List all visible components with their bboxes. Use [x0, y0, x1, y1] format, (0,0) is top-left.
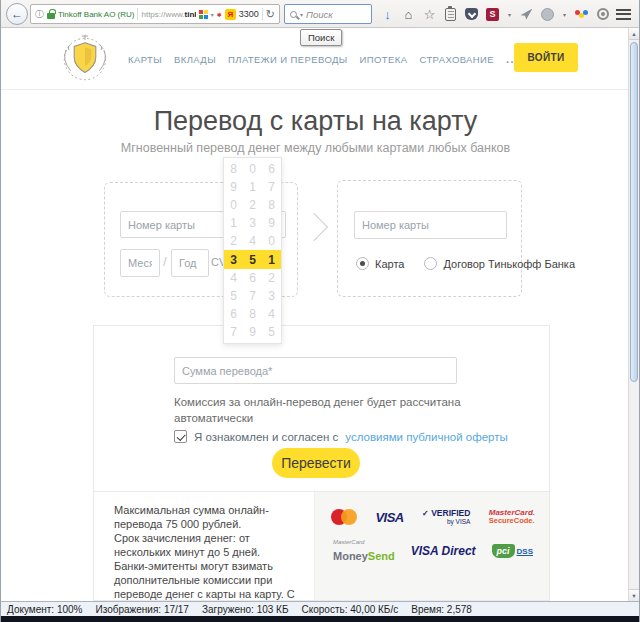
- nav-item[interactable]: КАРТЫ: [128, 54, 162, 65]
- picker-row[interactable]: 573: [224, 287, 281, 305]
- picker-digit[interactable]: 2: [262, 269, 281, 287]
- send-page-icon[interactable]: [521, 9, 533, 20]
- nav-item[interactable]: ИПОТЕКА: [360, 54, 408, 65]
- home-icon[interactable]: ⌂: [401, 6, 416, 22]
- ext-square: [204, 10, 208, 14]
- picker-digit[interactable]: 6: [224, 305, 243, 323]
- yandex-counter: 3300: [239, 9, 259, 19]
- menu-icon[interactable]: [616, 9, 631, 20]
- picker-digit[interactable]: 8: [243, 305, 262, 323]
- recipient-card-number-input[interactable]: [354, 211, 507, 239]
- amount-input[interactable]: [174, 357, 457, 384]
- offer-terms-link[interactable]: условиями публичной оферты: [345, 431, 508, 443]
- pocket-icon[interactable]: [465, 8, 478, 20]
- picker-digit[interactable]: 0: [262, 232, 281, 250]
- picker-digit[interactable]: 5: [224, 287, 243, 305]
- settings-icon[interactable]: [597, 8, 609, 20]
- picker-digit[interactable]: 2: [243, 196, 262, 214]
- palette-extension-icon[interactable]: [575, 10, 588, 18]
- picker-digit[interactable]: 6: [262, 160, 281, 178]
- nav-item[interactable]: ВКЛАДЫ: [174, 54, 216, 65]
- pci-dss-logo: pci DSS: [492, 544, 533, 558]
- extension-caret-icon[interactable]: ▾: [506, 6, 513, 22]
- yandex-extension-icon[interactable]: Я: [225, 9, 236, 20]
- tinkoff-logo[interactable]: [58, 32, 112, 86]
- status-item: Загружено: 103 КБ: [202, 604, 289, 615]
- moneysend-money-text: Money: [333, 550, 368, 562]
- picker-row[interactable]: 139: [224, 214, 281, 232]
- extension-icon[interactable]: [199, 10, 208, 19]
- ext-square: [199, 15, 203, 19]
- downloads-icon[interactable]: ↓: [380, 6, 395, 22]
- search-engine-dropdown-icon[interactable]: ▾: [300, 11, 303, 18]
- picker-digit[interactable]: 7: [224, 323, 243, 341]
- bookmark-star-icon[interactable]: ☆: [422, 6, 437, 22]
- picker-row[interactable]: 684: [224, 305, 281, 323]
- scrollbar-thumb[interactable]: [630, 42, 638, 382]
- radio-card-label[interactable]: Карта: [375, 258, 404, 270]
- picker-digit[interactable]: 7: [262, 178, 281, 196]
- picker-digit[interactable]: 6: [243, 269, 262, 287]
- url-domain: tinkoff.ru: [185, 10, 196, 19]
- adblock-caret-icon[interactable]: ▾: [561, 6, 568, 22]
- picker-digit[interactable]: 1: [224, 214, 243, 232]
- mastercard-logo: [331, 509, 357, 525]
- vertical-scrollbar[interactable]: ▲ ▼: [628, 28, 639, 601]
- search-input[interactable]: ▾ Поиск: [284, 4, 372, 24]
- picker-digit[interactable]: 2: [224, 232, 243, 250]
- picker-digit[interactable]: 1: [262, 250, 281, 268]
- picker-row[interactable]: 462: [224, 269, 281, 287]
- page-title: Перевод с карты на карту: [1, 106, 630, 137]
- ext-square: [204, 15, 208, 19]
- ssl-lock-icon[interactable]: [47, 13, 55, 19]
- picker-row[interactable]: 806: [224, 160, 281, 178]
- picker-digit[interactable]: 5: [262, 323, 281, 341]
- picker-row[interactable]: 240: [224, 232, 281, 250]
- page-info-icon[interactable]: ⓘ: [35, 8, 44, 21]
- radio-contract-label[interactable]: Договор Тинькофф Банка: [443, 258, 575, 270]
- picker-digit[interactable]: 4: [224, 269, 243, 287]
- radio-contract[interactable]: [424, 257, 437, 270]
- nav-item[interactable]: СТРАХОВАНИЕ: [419, 54, 494, 65]
- picker-digit[interactable]: 4: [262, 305, 281, 323]
- expiry-year-input[interactable]: [171, 249, 209, 277]
- picker-row-selected[interactable]: 351: [224, 250, 281, 268]
- picker-digit[interactable]: 3: [262, 287, 281, 305]
- picker-digit[interactable]: 0: [243, 160, 262, 178]
- picker-digit[interactable]: 3: [224, 250, 243, 268]
- back-button[interactable]: ←: [6, 3, 28, 25]
- transfer-conditions-text: Максимальная сумма онлайн-перевода 75 00…: [94, 492, 315, 600]
- picker-digit[interactable]: 3: [243, 214, 262, 232]
- picker-digit[interactable]: 9: [262, 214, 281, 232]
- picker-digit[interactable]: 8: [224, 160, 243, 178]
- login-button[interactable]: ВОЙТИ: [514, 43, 578, 72]
- url-bar[interactable]: ⓘ Tinkoff Bank AO (RU) https://www.tinko…: [30, 4, 280, 24]
- picker-digit[interactable]: 9: [224, 178, 243, 196]
- picker-digit[interactable]: 0: [224, 196, 243, 214]
- transfer-submit-button[interactable]: Перевести: [272, 448, 360, 478]
- bookmarks-menu-icon[interactable]: [445, 8, 456, 21]
- url-text[interactable]: https://www.tinkoff.ru/card: [141, 10, 195, 19]
- adblock-icon[interactable]: [541, 8, 554, 21]
- nav-item[interactable]: ПЛАТЕЖИ И ПЕРЕВОДЫ: [228, 54, 348, 65]
- agreement-checkbox[interactable]: [174, 430, 187, 443]
- picker-digit[interactable]: 9: [243, 323, 262, 341]
- picker-digit[interactable]: 1: [243, 178, 262, 196]
- site-identity[interactable]: Tinkoff Bank AO (RU): [58, 10, 134, 19]
- radio-card[interactable]: [356, 257, 369, 270]
- picker-digit[interactable]: 4: [243, 232, 262, 250]
- picker-digit[interactable]: 5: [243, 250, 262, 268]
- s-extension-icon[interactable]: S: [486, 8, 499, 21]
- picker-digit[interactable]: 7: [243, 287, 262, 305]
- picker-row[interactable]: 917: [224, 178, 281, 196]
- commission-note: Комиссия за онлайн-перевод денег будет р…: [174, 395, 470, 426]
- expiry-month-input[interactable]: [120, 249, 160, 277]
- scroll-up-button[interactable]: ▲: [629, 28, 639, 40]
- picker-digit[interactable]: 8: [262, 196, 281, 214]
- picker-row[interactable]: 028: [224, 196, 281, 214]
- cvc-digit-picker[interactable]: 806917028139240351462573684795: [223, 157, 282, 344]
- reload-icon[interactable]: ↻: [266, 8, 275, 21]
- scroll-down-button[interactable]: ▼: [629, 589, 639, 601]
- urlbar-dropdown-icon[interactable]: ▾: [211, 11, 214, 18]
- picker-row[interactable]: 795: [224, 323, 281, 341]
